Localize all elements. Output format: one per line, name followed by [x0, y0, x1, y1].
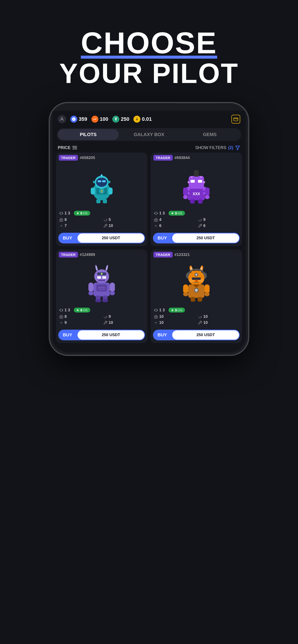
svg-rect-84: [183, 284, 188, 293]
card-stats-3: 1 3 9 LVL 8: [56, 305, 147, 328]
level-badge-4: 9 LVL: [168, 308, 185, 312]
phone-notch: [123, 103, 175, 110]
phone-screen: G 359 100 ₮: [52, 110, 246, 352]
price-filter[interactable]: PRICE: [58, 145, 77, 150]
stat-cycles-1: 5: [103, 218, 144, 222]
level-badge-1: 9 LVL: [74, 211, 90, 216]
show-filters-button[interactable]: SHOW FILTERS (2): [195, 145, 240, 150]
stat-grid-1: 8 5 7 10: [59, 218, 144, 228]
tether-icon: ₮: [112, 116, 119, 123]
svg-rect-24: [108, 188, 113, 194]
svg-rect-88: [191, 297, 195, 302]
wallet-icon[interactable]: [231, 115, 240, 124]
svg-rect-25: [96, 199, 101, 203]
svg-rect-38: [198, 180, 202, 183]
svg-rect-20: [102, 180, 106, 182]
svg-point-0: [61, 118, 63, 119]
card-type-badge-4: TRADER: [153, 252, 173, 258]
svg-rect-69: [60, 316, 63, 318]
svg-rect-48: [198, 199, 203, 204]
pilot-card-1: TRADER #658205 ₿: [56, 152, 147, 246]
svg-point-63: [88, 291, 94, 295]
gf-token: G 359: [70, 116, 87, 123]
svg-rect-54: [97, 276, 101, 279]
buy-button-4[interactable]: BUY 250 USDT: [153, 330, 240, 340]
svg-rect-89: [197, 297, 202, 302]
svg-rect-43: [183, 188, 188, 196]
svg-point-86: [183, 292, 188, 296]
svg-point-68: [102, 299, 108, 302]
svg-rect-50: [155, 220, 157, 222]
bnb-icon: [133, 116, 140, 123]
phone-wrapper: G 359 100 ₮: [49, 102, 249, 356]
svg-point-46: [205, 195, 210, 199]
svg-marker-4: [136, 119, 138, 120]
card-stats-2: 1 3 9 LVL 4: [151, 208, 242, 231]
svg-point-64: [110, 291, 115, 295]
waves-icon: [91, 116, 98, 123]
svg-rect-70: [61, 317, 62, 318]
svg-rect-47: [190, 199, 195, 204]
stat-sparkle-2: 6: [154, 224, 195, 228]
svg-marker-12: [236, 146, 240, 150]
level-badge-3: 9 LVL: [74, 308, 90, 312]
svg-rect-49: [154, 219, 158, 222]
stat-sparkle-1: 7: [59, 224, 100, 228]
svg-point-83: [195, 289, 198, 292]
svg-rect-36: [194, 170, 199, 177]
svg-point-53: [101, 273, 103, 275]
pilot-card-4: TRADER #123321: [151, 250, 242, 343]
card-id-4: #123321: [175, 252, 190, 257]
stat-arrows-1: 1 3: [59, 211, 70, 216]
svg-rect-6: [234, 118, 238, 121]
svg-point-77: [195, 274, 197, 276]
filter-row: PRICE SHOW FILTERS (2): [52, 141, 246, 152]
card-stats-4: 1 3 9 LVL 10: [151, 305, 242, 328]
stat-cycles-3: 9: [103, 314, 144, 319]
svg-marker-3: [136, 118, 138, 118]
tether-token: ₮ 250: [112, 116, 129, 123]
stat-grid-3: 8 9 9 10: [59, 314, 144, 325]
buy-button-3[interactable]: BUY 250 USDT: [58, 330, 145, 340]
svg-rect-90: [154, 316, 158, 318]
pilot-card-3: TRADER #124989: [56, 250, 147, 343]
card-image-1: ₿: [56, 162, 147, 208]
stat-grid-4: 10 10 10 10: [154, 314, 239, 325]
svg-point-22: [101, 174, 103, 176]
tab-gems[interactable]: GEMS: [179, 129, 240, 140]
pilots-grid: TRADER #658205 ₿: [52, 152, 246, 343]
stat-sparkle-3: 9: [59, 320, 100, 325]
svg-rect-62: [110, 282, 115, 292]
wallet-row: G 359 100 ₮: [52, 110, 246, 126]
svg-rect-61: [88, 282, 94, 292]
tab-pilots[interactable]: PILOTS: [58, 129, 119, 140]
stat-arrows-3: 1 3: [59, 308, 70, 312]
tab-galaxy-box[interactable]: GALAXY BOX: [119, 129, 179, 140]
svg-rect-44: [205, 188, 210, 196]
svg-point-87: [204, 292, 210, 296]
svg-text:₿: ₿: [101, 189, 103, 193]
stat-buildings-1: 8: [59, 218, 100, 222]
card-image-3: [56, 259, 147, 305]
stat-grid-2: 4 9 6 6: [154, 218, 239, 228]
buy-button-1[interactable]: BUY 250 USDT: [58, 233, 145, 244]
user-icon[interactable]: [58, 115, 66, 123]
tabs-row: PILOTS GALAXY BOX GEMS: [57, 128, 241, 141]
waves-token: 100: [91, 116, 108, 123]
stat-cycles-2: 9: [198, 218, 239, 222]
svg-point-40: [203, 181, 205, 183]
stat-arrows-2: 1 3: [154, 211, 165, 216]
card-type-badge-3: TRADER: [59, 252, 78, 258]
card-type-badge-2: TRADER: [153, 155, 173, 161]
svg-rect-23: [91, 188, 95, 194]
card-header-2: TRADER #693844: [151, 152, 242, 162]
pilot-card-2: TRADER #693844 XXX: [151, 152, 242, 246]
stat-cycles-4: 10: [198, 314, 239, 319]
stat-arrows-4: 1 3: [154, 308, 165, 312]
svg-point-39: [187, 181, 190, 183]
svg-rect-26: [103, 199, 107, 203]
card-type-badge-1: TRADER: [59, 155, 78, 161]
buy-button-2[interactable]: BUY 250 USDT: [153, 233, 240, 244]
svg-rect-27: [60, 219, 63, 222]
svg-marker-5: [136, 120, 138, 121]
